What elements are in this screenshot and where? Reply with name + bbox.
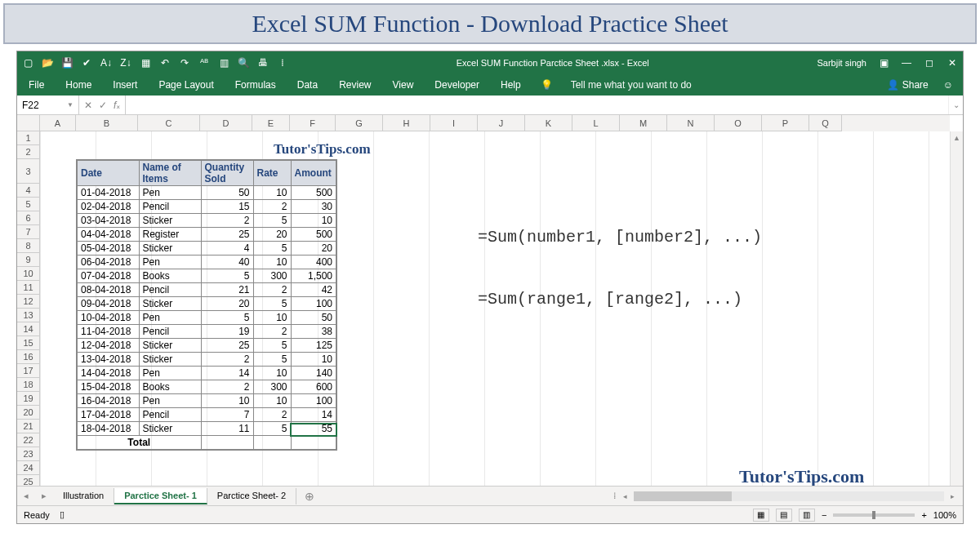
table-cell[interactable]: 5: [253, 214, 291, 228]
table-cell[interactable]: Pen: [139, 186, 201, 200]
col-header-C[interactable]: C: [138, 115, 200, 131]
table-header[interactable]: Date: [77, 160, 139, 186]
row-header-1[interactable]: 1: [17, 131, 40, 145]
table-cell[interactable]: 30: [291, 200, 336, 214]
row-header-4[interactable]: 4: [17, 184, 40, 198]
row-header-17[interactable]: 17: [17, 364, 40, 378]
total-cell[interactable]: [253, 436, 291, 451]
table-cell[interactable]: 1,500: [291, 269, 336, 283]
table-cell[interactable]: 14: [291, 408, 336, 422]
table-cell[interactable]: Pen: [139, 394, 201, 408]
tab-insert[interactable]: Insert: [111, 76, 139, 94]
table-cell[interactable]: 5: [253, 422, 291, 436]
table-row[interactable]: 16-04-2018Pen1010100: [77, 394, 336, 408]
table-cell[interactable]: 20: [291, 242, 336, 256]
zoom-slider[interactable]: [833, 513, 915, 517]
table-row[interactable]: 15-04-2018Books2300600: [77, 380, 336, 394]
table-cell[interactable]: Sticker: [139, 422, 201, 436]
row-header-16[interactable]: 16: [17, 350, 40, 364]
tab-page-layout[interactable]: Page Layout: [157, 76, 215, 94]
row-header-12[interactable]: 12: [17, 295, 40, 309]
col-header-F[interactable]: F: [290, 115, 336, 131]
row-header-7[interactable]: 7: [17, 225, 40, 239]
table-cell[interactable]: 5: [201, 311, 253, 325]
formula-bar-expand-icon[interactable]: ⌄: [948, 96, 963, 114]
table-cell[interactable]: Books: [139, 380, 201, 394]
table-cell[interactable]: 14-04-2018: [77, 367, 139, 380]
row-header-19[interactable]: 19: [17, 392, 40, 406]
col-header-L[interactable]: L: [572, 115, 620, 131]
table-cell[interactable]: 10: [253, 256, 291, 269]
table-cell[interactable]: 100: [291, 394, 336, 408]
table-cell[interactable]: 7: [201, 408, 253, 422]
user-name[interactable]: Sarbjit singh: [817, 58, 866, 68]
scroll-up-icon[interactable]: ▲: [951, 131, 963, 144]
sort-asc-icon[interactable]: A↓: [100, 57, 112, 69]
table-cell[interactable]: Books: [139, 269, 201, 283]
row-header-24[interactable]: 24: [17, 461, 40, 475]
preview-icon[interactable]: 🔍: [238, 57, 249, 69]
table-cell[interactable]: 38: [291, 325, 336, 339]
table-cell[interactable]: Register: [139, 228, 201, 242]
new-icon[interactable]: ▢: [22, 57, 33, 69]
table-cell[interactable]: 17-04-2018: [77, 408, 139, 422]
table-icon[interactable]: ▦: [140, 57, 151, 69]
row-header-20[interactable]: 20: [17, 406, 40, 420]
table-cell[interactable]: Pencil: [139, 200, 201, 214]
zoom-in-button[interactable]: +: [921, 510, 926, 520]
table-cell[interactable]: 18-04-2018: [77, 422, 139, 436]
col-header-E[interactable]: E: [252, 115, 290, 131]
table-row[interactable]: 14-04-2018Pen1410140: [77, 367, 336, 380]
table-cell[interactable]: 600: [291, 380, 336, 394]
table-cell[interactable]: Pencil: [139, 408, 201, 422]
name-box[interactable]: F22 ▼: [17, 96, 79, 114]
col-header-Q[interactable]: Q: [809, 115, 842, 131]
col-header-D[interactable]: D: [200, 115, 252, 131]
qat-more-icon[interactable]: ⁞: [277, 57, 288, 69]
table-row[interactable]: 08-04-2018Pencil21242: [77, 283, 336, 297]
table-cell[interactable]: Pencil: [139, 325, 201, 339]
table-cell[interactable]: Sticker: [139, 242, 201, 256]
col-header-A[interactable]: A: [40, 115, 76, 131]
table-cell[interactable]: 10: [201, 394, 253, 408]
table-cell[interactable]: 02-04-2018: [77, 200, 139, 214]
chevron-down-icon[interactable]: ▼: [67, 101, 74, 109]
table-cell[interactable]: 15: [201, 200, 253, 214]
table-cell[interactable]: 500: [291, 228, 336, 242]
table-cell[interactable]: 10: [291, 214, 336, 228]
tab-review[interactable]: Review: [337, 76, 372, 94]
table-cell[interactable]: 14: [201, 367, 253, 380]
table-row[interactable]: 18-04-2018Sticker11555: [77, 422, 336, 436]
row-header-13[interactable]: 13: [17, 309, 40, 322]
formula-bar[interactable]: [126, 96, 948, 114]
table-cell[interactable]: 09-04-2018: [77, 297, 139, 311]
table-cell[interactable]: 300: [253, 380, 291, 394]
table-row[interactable]: 03-04-2018Sticker2510: [77, 214, 336, 228]
sort-desc-icon[interactable]: Z↓: [120, 57, 131, 69]
ribbon-options-icon[interactable]: ▣: [878, 57, 889, 69]
table-cell[interactable]: 5: [253, 339, 291, 353]
table-cell[interactable]: 15-04-2018: [77, 380, 139, 394]
table-cell[interactable]: 20: [201, 297, 253, 311]
sheet-tab[interactable]: Parctice Sheet- 2: [207, 488, 296, 504]
table-cell[interactable]: 125: [291, 339, 336, 353]
open-icon[interactable]: 📂: [42, 57, 53, 69]
fx-icon[interactable]: fₓ: [114, 100, 120, 111]
table-cell[interactable]: 05-04-2018: [77, 242, 139, 256]
tab-data[interactable]: Data: [296, 76, 319, 94]
vertical-scrollbar[interactable]: ▲: [950, 131, 963, 486]
view-page-layout-icon[interactable]: ▤: [776, 509, 792, 522]
view-normal-icon[interactable]: ▦: [753, 509, 769, 522]
row-header-23[interactable]: 23: [17, 447, 40, 461]
table-cell[interactable]: 140: [291, 367, 336, 380]
row-header-22[interactable]: 22: [17, 433, 40, 447]
table-cell[interactable]: 10: [253, 311, 291, 325]
tab-home[interactable]: Home: [64, 76, 93, 94]
tab-developer[interactable]: Developer: [433, 76, 481, 94]
table-cell[interactable]: 50: [291, 311, 336, 325]
table-cell[interactable]: Pencil: [139, 283, 201, 297]
table-row[interactable]: 11-04-2018Pencil19238: [77, 325, 336, 339]
table-cell[interactable]: 5: [201, 269, 253, 283]
col-header-I[interactable]: I: [430, 115, 478, 131]
table-cell[interactable]: 2: [201, 380, 253, 394]
